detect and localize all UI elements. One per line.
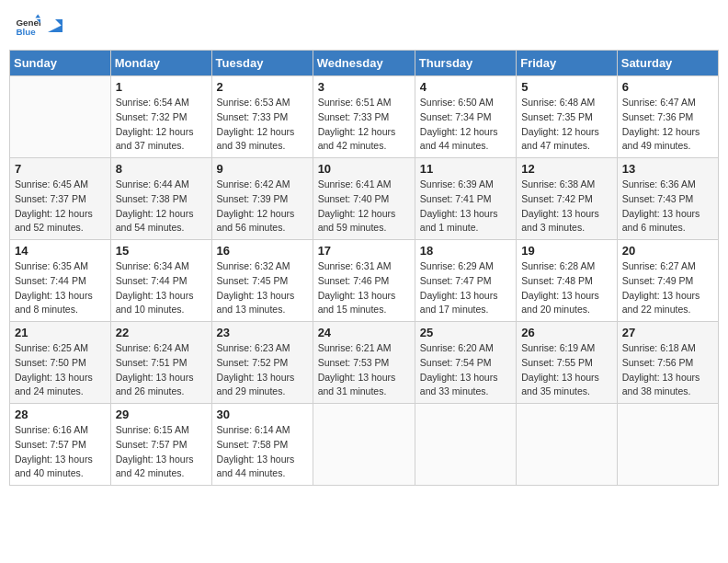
day-header-tuesday: Tuesday — [211, 51, 313, 76]
day-header-friday: Friday — [517, 51, 618, 76]
calendar-cell: 2Sunrise: 6:53 AMSunset: 7:33 PMDaylight… — [211, 76, 313, 158]
svg-marker-5 — [55, 19, 63, 27]
calendar-cell: 7Sunrise: 6:45 AMSunset: 7:37 PMDaylight… — [10, 158, 111, 240]
day-number: 6 — [622, 80, 713, 94]
day-header-monday: Monday — [110, 51, 211, 76]
calendar-cell: 8Sunrise: 6:44 AMSunset: 7:38 PMDaylight… — [110, 158, 211, 240]
calendar-cell — [10, 76, 111, 158]
day-header-saturday: Saturday — [617, 51, 718, 76]
calendar-cell: 10Sunrise: 6:41 AMSunset: 7:40 PMDayligh… — [313, 158, 415, 240]
calendar-table: SundayMondayTuesdayWednesdayThursdayFrid… — [9, 50, 719, 486]
header: General Blue — [9, 9, 719, 42]
calendar-cell: 26Sunrise: 6:19 AMSunset: 7:55 PMDayligh… — [517, 322, 618, 404]
calendar-cell: 14Sunrise: 6:35 AMSunset: 7:44 PMDayligh… — [10, 240, 111, 322]
day-number: 10 — [318, 162, 410, 176]
calendar-cell: 28Sunrise: 6:16 AMSunset: 7:57 PMDayligh… — [10, 404, 111, 486]
calendar-cell — [415, 404, 516, 486]
svg-marker-4 — [48, 25, 63, 32]
day-number: 27 — [622, 326, 713, 339]
day-number: 20 — [622, 244, 713, 258]
calendar-week-row: 28Sunrise: 6:16 AMSunset: 7:57 PMDayligh… — [10, 404, 719, 486]
day-number: 14 — [15, 244, 106, 258]
calendar-cell: 25Sunrise: 6:20 AMSunset: 7:54 PMDayligh… — [415, 322, 516, 404]
day-info: Sunrise: 6:21 AMSunset: 7:53 PMDaylight:… — [318, 341, 410, 399]
calendar-cell: 15Sunrise: 6:34 AMSunset: 7:44 PMDayligh… — [110, 240, 211, 322]
day-info: Sunrise: 6:34 AMSunset: 7:44 PMDaylight:… — [116, 259, 207, 317]
day-info: Sunrise: 6:15 AMSunset: 7:57 PMDaylight:… — [116, 423, 207, 481]
calendar-header-row: SundayMondayTuesdayWednesdayThursdayFrid… — [10, 51, 719, 76]
day-info: Sunrise: 6:27 AMSunset: 7:49 PMDaylight:… — [622, 259, 713, 317]
day-info: Sunrise: 6:23 AMSunset: 7:52 PMDaylight:… — [217, 341, 308, 399]
day-info: Sunrise: 6:38 AMSunset: 7:42 PMDaylight:… — [521, 178, 612, 236]
day-number: 30 — [217, 408, 308, 421]
calendar-cell: 11Sunrise: 6:39 AMSunset: 7:41 PMDayligh… — [415, 158, 516, 240]
logo-icon: General Blue — [15, 13, 40, 39]
day-number: 22 — [116, 326, 207, 339]
day-info: Sunrise: 6:54 AMSunset: 7:32 PMDaylight:… — [116, 96, 207, 154]
day-info: Sunrise: 6:18 AMSunset: 7:56 PMDaylight:… — [622, 341, 713, 399]
day-number: 28 — [15, 408, 106, 421]
day-info: Sunrise: 6:44 AMSunset: 7:38 PMDaylight:… — [116, 178, 207, 236]
day-info: Sunrise: 6:41 AMSunset: 7:40 PMDaylight:… — [318, 178, 410, 236]
day-info: Sunrise: 6:25 AMSunset: 7:50 PMDaylight:… — [15, 341, 106, 399]
day-number: 1 — [116, 80, 207, 94]
calendar-cell: 23Sunrise: 6:23 AMSunset: 7:52 PMDayligh… — [211, 322, 313, 404]
day-info: Sunrise: 6:48 AMSunset: 7:35 PMDaylight:… — [521, 96, 612, 154]
svg-text:Blue: Blue — [16, 27, 36, 37]
calendar-cell: 18Sunrise: 6:29 AMSunset: 7:47 PMDayligh… — [415, 240, 516, 322]
day-info: Sunrise: 6:35 AMSunset: 7:44 PMDaylight:… — [15, 259, 106, 317]
day-info: Sunrise: 6:45 AMSunset: 7:37 PMDaylight:… — [15, 178, 106, 236]
day-number: 16 — [217, 244, 308, 258]
calendar-cell: 9Sunrise: 6:42 AMSunset: 7:39 PMDaylight… — [211, 158, 313, 240]
day-info: Sunrise: 6:39 AMSunset: 7:41 PMDaylight:… — [420, 178, 511, 236]
day-number: 25 — [420, 326, 511, 339]
day-info: Sunrise: 6:50 AMSunset: 7:34 PMDaylight:… — [420, 96, 511, 154]
day-number: 19 — [521, 244, 612, 258]
logo: General Blue — [15, 13, 63, 39]
calendar-cell: 24Sunrise: 6:21 AMSunset: 7:53 PMDayligh… — [313, 322, 415, 404]
day-info: Sunrise: 6:42 AMSunset: 7:39 PMDaylight:… — [217, 178, 308, 236]
calendar-cell: 22Sunrise: 6:24 AMSunset: 7:51 PMDayligh… — [110, 322, 211, 404]
calendar-week-row: 21Sunrise: 6:25 AMSunset: 7:50 PMDayligh… — [10, 322, 719, 404]
day-number: 9 — [217, 162, 308, 176]
day-number: 29 — [116, 408, 207, 421]
calendar-cell: 12Sunrise: 6:38 AMSunset: 7:42 PMDayligh… — [517, 158, 618, 240]
day-info: Sunrise: 6:47 AMSunset: 7:36 PMDaylight:… — [622, 96, 713, 154]
day-number: 11 — [420, 162, 511, 176]
day-number: 18 — [420, 244, 511, 258]
day-number: 8 — [116, 162, 207, 176]
day-info: Sunrise: 6:19 AMSunset: 7:55 PMDaylight:… — [521, 341, 612, 399]
day-header-sunday: Sunday — [10, 51, 111, 76]
calendar-cell: 16Sunrise: 6:32 AMSunset: 7:45 PMDayligh… — [211, 240, 313, 322]
day-number: 7 — [15, 162, 106, 176]
day-number: 5 — [521, 80, 612, 94]
day-info: Sunrise: 6:51 AMSunset: 7:33 PMDaylight:… — [318, 96, 410, 154]
calendar-cell — [313, 404, 415, 486]
calendar-cell: 19Sunrise: 6:28 AMSunset: 7:48 PMDayligh… — [517, 240, 618, 322]
svg-marker-2 — [35, 14, 40, 17]
day-info: Sunrise: 6:36 AMSunset: 7:43 PMDaylight:… — [622, 178, 713, 236]
calendar-cell — [617, 404, 718, 486]
day-info: Sunrise: 6:16 AMSunset: 7:57 PMDaylight:… — [15, 423, 106, 481]
day-number: 23 — [217, 326, 308, 339]
calendar-week-row: 1Sunrise: 6:54 AMSunset: 7:32 PMDaylight… — [10, 76, 719, 158]
calendar-week-row: 14Sunrise: 6:35 AMSunset: 7:44 PMDayligh… — [10, 240, 719, 322]
day-number: 17 — [318, 244, 410, 258]
day-number: 24 — [318, 326, 410, 339]
calendar-cell: 13Sunrise: 6:36 AMSunset: 7:43 PMDayligh… — [617, 158, 718, 240]
day-number: 4 — [420, 80, 511, 94]
calendar-cell: 21Sunrise: 6:25 AMSunset: 7:50 PMDayligh… — [10, 322, 111, 404]
day-info: Sunrise: 6:32 AMSunset: 7:45 PMDaylight:… — [217, 259, 308, 317]
logo-triangle-icon — [46, 17, 63, 34]
day-number: 26 — [521, 326, 612, 339]
day-info: Sunrise: 6:29 AMSunset: 7:47 PMDaylight:… — [420, 259, 511, 317]
calendar-cell: 5Sunrise: 6:48 AMSunset: 7:35 PMDaylight… — [517, 76, 618, 158]
calendar-cell: 1Sunrise: 6:54 AMSunset: 7:32 PMDaylight… — [110, 76, 211, 158]
calendar-cell: 6Sunrise: 6:47 AMSunset: 7:36 PMDaylight… — [617, 76, 718, 158]
day-number: 2 — [217, 80, 308, 94]
calendar-cell: 30Sunrise: 6:14 AMSunset: 7:58 PMDayligh… — [211, 404, 313, 486]
day-info: Sunrise: 6:31 AMSunset: 7:46 PMDaylight:… — [318, 259, 410, 317]
day-info: Sunrise: 6:28 AMSunset: 7:48 PMDaylight:… — [521, 259, 612, 317]
day-info: Sunrise: 6:53 AMSunset: 7:33 PMDaylight:… — [217, 96, 308, 154]
calendar-cell: 17Sunrise: 6:31 AMSunset: 7:46 PMDayligh… — [313, 240, 415, 322]
